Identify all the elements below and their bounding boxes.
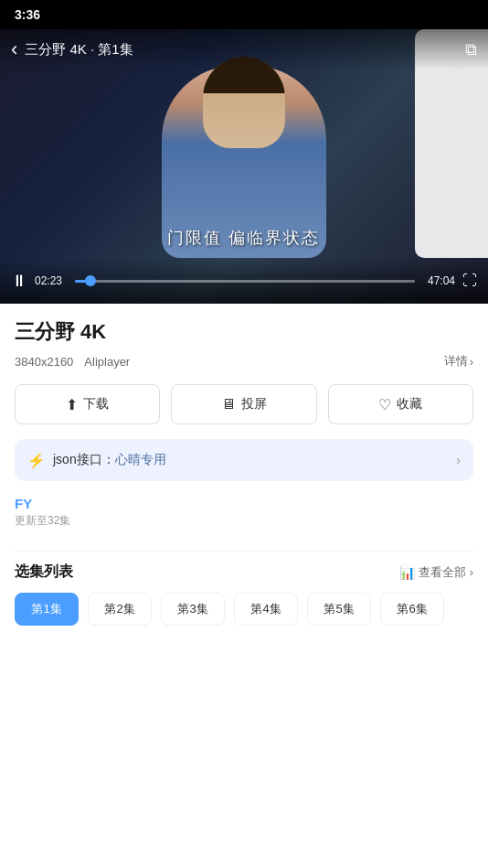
content-area: 三分野 4K 3840x2160 Aliplayer 详情 › — [0, 304, 488, 370]
episode-section: 选集列表 📊 查看全部 › 第1集第2集第3集第4集第5集第6集 — [0, 563, 488, 629]
video-title: 三分野 4K · 第1集 — [25, 41, 465, 59]
cast-icon: 🖥 — [221, 396, 236, 413]
status-time: 3:36 — [15, 7, 40, 22]
status-bar: 3:36 — [0, 0, 488, 29]
download-button[interactable]: ⬆ 下载 — [15, 384, 160, 424]
video-top-bar: ‹ 三分野 4K · 第1集 ⧉ — [0, 29, 488, 70]
fullscreen-button[interactable]: ⛶ — [462, 273, 477, 289]
lightning-icon: ⚡ — [27, 452, 46, 469]
episode-item[interactable]: 第2集 — [88, 593, 152, 626]
episode-header: 选集列表 📊 查看全部 › — [15, 563, 473, 582]
progress-bar[interactable] — [75, 280, 415, 283]
video-player[interactable]: 门限值 偏临界状态 ‹ 三分野 4K · 第1集 ⧉ ⏸ 02:23 47:04… — [0, 29, 488, 304]
episode-item[interactable]: 第3集 — [161, 593, 225, 626]
cast-button[interactable]: 🖥 投屏 — [171, 384, 316, 424]
view-all-label: 查看全部 — [419, 564, 466, 581]
episode-item[interactable]: 第4集 — [234, 593, 298, 626]
play-pause-button[interactable]: ⏸ — [11, 272, 27, 291]
api-arrow-icon: › — [456, 453, 461, 467]
chart-icon: 📊 — [399, 565, 415, 580]
api-prefix: json接口： — [53, 452, 115, 466]
favorite-label: 收藏 — [397, 396, 422, 413]
episode-item[interactable]: 第5集 — [307, 593, 371, 626]
player-controls: ⏸ 02:23 47:04 ⛶ — [0, 258, 488, 304]
show-title: 三分野 4K — [15, 318, 473, 346]
show-resolution: 3840x2160 — [15, 355, 73, 369]
view-all-button[interactable]: 📊 查看全部 › — [399, 564, 473, 581]
video-subtitle: 门限值 偏临界状态 — [167, 227, 320, 249]
episode-item[interactable]: 第1集 — [15, 593, 79, 626]
current-time: 02:23 — [35, 274, 68, 287]
download-icon: ⬆ — [66, 396, 78, 413]
source-info: FY 更新至32集 — [0, 496, 488, 540]
show-player: Aliplayer — [84, 355, 130, 369]
show-meta: 3840x2160 Aliplayer 详情 › — [15, 353, 473, 370]
view-all-arrow-icon: › — [470, 565, 473, 579]
divider — [15, 551, 473, 552]
download-label: 下载 — [83, 396, 109, 413]
pip-button[interactable]: ⧉ — [465, 40, 477, 59]
episode-section-title: 选集列表 — [15, 563, 73, 582]
api-banner[interactable]: ⚡ json接口：心晴专用 › — [15, 439, 473, 481]
heart-icon: ♡ — [378, 396, 391, 413]
progress-thumb[interactable] — [85, 275, 96, 286]
episode-list: 第1集第2集第3集第4集第5集第6集 — [15, 593, 473, 629]
cast-label: 投屏 — [241, 396, 267, 413]
detail-link[interactable]: 详情 › — [444, 353, 473, 370]
back-button[interactable]: ‹ — [11, 38, 17, 61]
action-buttons: ⬆ 下载 🖥 投屏 ♡ 收藏 — [0, 384, 488, 424]
source-name: FY — [15, 496, 473, 511]
episode-item[interactable]: 第6集 — [380, 593, 444, 626]
api-text: json接口：心晴专用 — [53, 452, 456, 468]
person-head — [203, 57, 285, 148]
total-time: 47:04 — [422, 274, 455, 287]
favorite-button[interactable]: ♡ 收藏 — [328, 384, 473, 424]
source-update: 更新至32集 — [15, 513, 473, 529]
api-value: 心晴专用 — [115, 452, 166, 466]
